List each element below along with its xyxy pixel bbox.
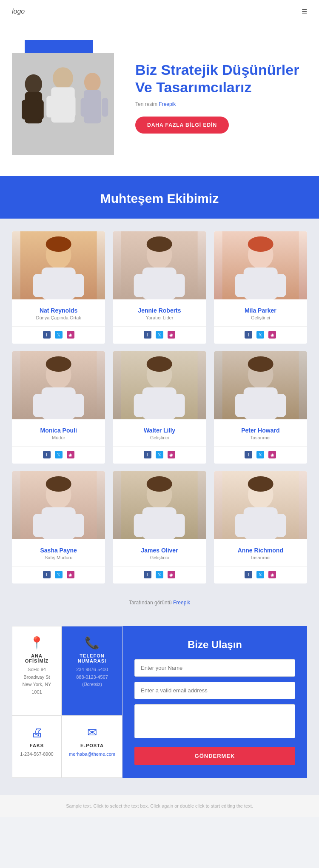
svg-point-62 xyxy=(248,476,273,492)
team-card-socials: f 𝕏 ◉ xyxy=(113,446,206,458)
twitter-icon[interactable]: 𝕏 xyxy=(256,331,264,339)
team-card-name: Nat Reynolds xyxy=(15,307,102,314)
instagram-icon[interactable]: ◉ xyxy=(67,571,74,578)
twitter-icon[interactable]: 𝕏 xyxy=(256,571,264,578)
team-card-role: Yaratıcı Lider xyxy=(116,315,202,320)
facebook-icon[interactable]: f xyxy=(144,331,151,339)
hero-cta-button[interactable]: DAHA FAZLA BİLGİ EDİN xyxy=(135,117,229,134)
svg-rect-65 xyxy=(275,514,286,537)
facebook-icon[interactable]: f xyxy=(245,451,252,458)
svg-point-26 xyxy=(248,236,273,252)
team-card: Walter Lilly Geliştirici f 𝕏 ◉ xyxy=(113,351,206,464)
contact-message-textarea[interactable] xyxy=(134,704,295,738)
svg-rect-3 xyxy=(37,100,44,120)
team-grid-wrap: Nat Reynolds Dünya Çapında Ortak f 𝕏 ◉ xyxy=(0,219,319,592)
team-card-info: James Oliver Geliştirici xyxy=(113,539,206,562)
svg-rect-52 xyxy=(33,514,44,537)
team-card-role: Tasarımcı xyxy=(217,435,304,440)
facebook-icon[interactable]: f xyxy=(43,451,51,458)
footer: Sample text. Click to select the text bo… xyxy=(0,795,319,817)
facebook-icon[interactable]: f xyxy=(43,331,51,339)
team-card: Monica Pouli Müdür f 𝕏 ◉ xyxy=(12,351,105,464)
svg-rect-17 xyxy=(73,274,84,297)
svg-point-44 xyxy=(248,356,273,372)
footer-text: Sample text. Click to select the text bo… xyxy=(9,803,310,808)
team-card: Sasha Payne Satış Müdürü f 𝕏 ◉ xyxy=(12,471,105,583)
team-card-info: Anne Richmond Tasarımcı xyxy=(214,539,307,562)
contact-form-wrap: Bize Ulaşın GÖNDERMEK xyxy=(122,626,307,778)
contact-name-input[interactable] xyxy=(134,659,295,677)
team-card-socials: f 𝕏 ◉ xyxy=(214,446,307,458)
contact-email-input[interactable] xyxy=(134,682,295,699)
team-card-role: Geliştirici xyxy=(217,315,304,320)
twitter-icon[interactable]: 𝕏 xyxy=(55,451,63,458)
svg-rect-53 xyxy=(73,514,84,537)
instagram-icon[interactable]: ◉ xyxy=(268,571,276,578)
svg-point-4 xyxy=(53,67,73,89)
team-card-socials: f 𝕏 ◉ xyxy=(12,446,105,458)
facebook-icon[interactable]: f xyxy=(245,331,252,339)
svg-rect-27 xyxy=(243,268,277,299)
instagram-icon[interactable]: ◉ xyxy=(67,451,74,458)
team-card-socials: f 𝕏 ◉ xyxy=(12,326,105,339)
facebook-icon[interactable]: f xyxy=(245,571,252,578)
freepik-link-bottom[interactable]: Freepik xyxy=(173,600,190,606)
svg-rect-10 xyxy=(81,98,87,117)
contact-info-card: 📞 TELEFON NUMARASI 234-9876-5400888-0123… xyxy=(62,626,122,716)
contact-section: 📍 ANA OFİSİMİZ SoHo 94 Broadway StNew Yo… xyxy=(0,613,319,795)
team-card-socials: f 𝕏 ◉ xyxy=(12,566,105,578)
team-card-info: Walter Lilly Geliştirici xyxy=(113,419,206,442)
team-card-photo xyxy=(113,351,206,419)
team-card-photo xyxy=(113,471,206,539)
twitter-icon[interactable]: 𝕏 xyxy=(156,331,163,339)
svg-rect-51 xyxy=(42,507,76,539)
facebook-icon[interactable]: f xyxy=(144,571,151,578)
team-card-name: Sasha Payne xyxy=(15,547,102,554)
svg-point-38 xyxy=(147,356,172,372)
twitter-icon[interactable]: 𝕏 xyxy=(55,571,63,578)
svg-rect-41 xyxy=(174,394,185,417)
facebook-icon[interactable]: f xyxy=(43,571,51,578)
team-card-info: Monica Pouli Müdür xyxy=(12,419,105,442)
team-card-name: Anne Richmond xyxy=(217,547,304,554)
twitter-icon[interactable]: 𝕏 xyxy=(156,571,163,578)
contact-submit-button[interactable]: GÖNDERMEK xyxy=(134,747,295,765)
svg-point-32 xyxy=(46,356,71,372)
team-card-photo xyxy=(214,471,307,539)
facebook-icon[interactable]: f xyxy=(144,451,151,458)
instagram-icon[interactable]: ◉ xyxy=(168,331,175,339)
instagram-icon[interactable]: ◉ xyxy=(67,331,74,339)
team-card: James Oliver Geliştirici f 𝕏 ◉ xyxy=(113,471,206,583)
contact-card-title: FAKS xyxy=(19,743,54,748)
hero-section: Biz Stratejik Düşünürler Ve Tasarımcılar… xyxy=(0,23,319,176)
hamburger-menu[interactable]: ≡ xyxy=(302,6,307,17)
instagram-icon[interactable]: ◉ xyxy=(168,451,175,458)
hero-image-wrap xyxy=(12,40,122,155)
team-card-socials: f 𝕏 ◉ xyxy=(214,566,307,578)
team-card-photo xyxy=(214,231,307,299)
instagram-icon[interactable]: ◉ xyxy=(168,571,175,578)
instagram-icon[interactable]: ◉ xyxy=(268,331,276,339)
team-card-name: Peter Howard xyxy=(217,427,304,434)
twitter-icon[interactable]: 𝕏 xyxy=(256,451,264,458)
contact-card-icon: 📍 xyxy=(19,636,54,650)
svg-rect-23 xyxy=(174,274,185,297)
freepik-link[interactable]: Freepik xyxy=(159,101,176,107)
team-card-role: Geliştirici xyxy=(116,435,202,440)
instagram-icon[interactable]: ◉ xyxy=(268,451,276,458)
svg-rect-63 xyxy=(243,507,277,539)
team-card-info: Peter Howard Tasarımcı xyxy=(214,419,307,442)
svg-rect-15 xyxy=(42,268,76,299)
contact-info-card: 🖨 FAKS 1-234-567-8900 xyxy=(12,716,62,778)
twitter-icon[interactable]: 𝕏 xyxy=(156,451,163,458)
team-card-socials: f 𝕏 ◉ xyxy=(113,566,206,578)
team-card-name: Monica Pouli xyxy=(15,427,102,434)
email-link[interactable]: merhaba@theme.com xyxy=(69,751,115,757)
svg-rect-22 xyxy=(134,274,145,297)
team-card: Nat Reynolds Dünya Çapında Ortak f 𝕏 ◉ xyxy=(12,231,105,344)
team-card-role: Tasarımcı xyxy=(217,555,304,560)
svg-rect-28 xyxy=(235,274,246,297)
contact-card-icon: 📞 xyxy=(69,636,115,650)
svg-point-56 xyxy=(147,476,172,492)
twitter-icon[interactable]: 𝕏 xyxy=(55,331,63,339)
